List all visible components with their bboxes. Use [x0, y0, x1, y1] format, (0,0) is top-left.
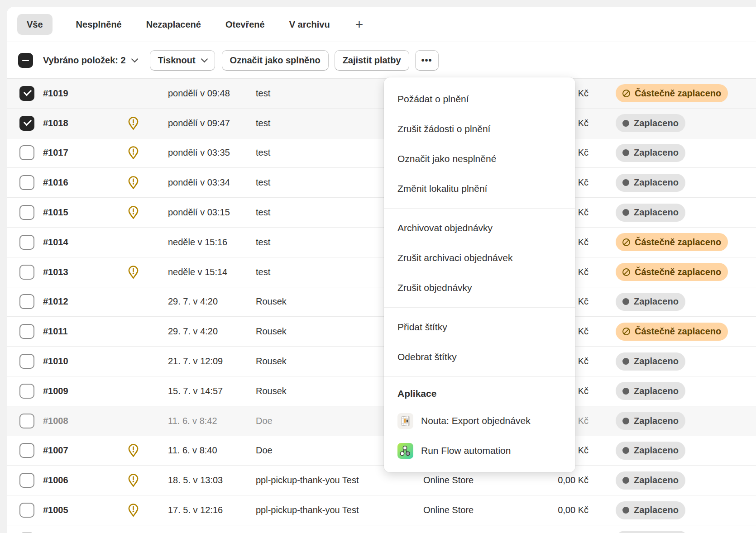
table-row[interactable]: [7, 525, 756, 533]
partially-paid-slash-icon: [622, 90, 630, 97]
row-checkbox[interactable]: [19, 205, 34, 220]
row-checkbox[interactable]: [19, 265, 34, 280]
row-checkbox[interactable]: [19, 116, 34, 131]
order-number: #1006: [43, 466, 68, 495]
menu-item-add-tags[interactable]: Přidat štítky: [384, 312, 575, 342]
table-row[interactable]: #1017pondělí v 03:35testKčZaplaceno: [7, 138, 756, 168]
payment-status-badge: Zaplaceno: [616, 501, 685, 519]
menu-item-mark-unfulfilled[interactable]: Označit jako nesplněné: [384, 144, 575, 174]
payment-status-cell: Částečně zaplaceno: [616, 317, 728, 346]
row-checkbox[interactable]: [19, 473, 34, 488]
row-checkbox-cell: [19, 495, 34, 525]
select-all-checkbox[interactable]: [18, 53, 33, 68]
row-checkbox-cell: [19, 466, 34, 495]
table-row[interactable]: #100618. 5. v 13:03ppl-pickup-thank-you …: [7, 466, 756, 495]
row-checkbox-cell: [19, 347, 34, 376]
more-actions-button[interactable]: •••: [415, 50, 439, 71]
order-date: 17. 5. v 12:16: [168, 495, 223, 525]
payment-status-label: Zaplaceno: [634, 296, 679, 307]
customer-name: ppl-pickup-thank-you Test: [256, 466, 359, 495]
order-total: 0,00 Kč: [498, 495, 589, 525]
tab-vše[interactable]: Vše: [17, 14, 53, 35]
row-checkbox[interactable]: [19, 354, 34, 369]
tab-nezaplacené[interactable]: Nezaplacené: [145, 14, 202, 35]
customer-name: Doe: [256, 406, 273, 436]
row-checkbox[interactable]: [19, 86, 34, 101]
menu-divider: [384, 307, 575, 308]
partially-paid-slash-icon: [622, 268, 630, 276]
row-checkbox[interactable]: [19, 235, 34, 250]
table-row[interactable]: #101021. 7. v 12:09RousekKčZaplaceno: [7, 347, 756, 376]
row-checkbox-cell: [19, 198, 34, 227]
table-row[interactable]: #101229. 7. v 4:20RousekKčZaplaceno: [7, 287, 756, 317]
payment-status-badge: Zaplaceno: [616, 114, 685, 132]
row-checkbox-cell: [19, 287, 34, 317]
paid-dot-icon: [622, 418, 629, 424]
payment-status-cell: Zaplaceno: [616, 109, 685, 138]
table-row[interactable]: #101129. 7. v 4:20RousekKčČástečně zapla…: [7, 317, 756, 347]
payment-status-badge: Zaplaceno: [616, 144, 685, 162]
payment-status-label: Zaplaceno: [634, 207, 679, 218]
payment-status-cell: Zaplaceno: [616, 495, 685, 525]
table-row[interactable]: #100915. 7. v 14:57RousekKčZaplaceno: [7, 376, 756, 406]
menu-item-change-fulfillment-location[interactable]: Změnit lokalitu plnění: [384, 174, 575, 204]
payment-status-cell: Zaplaceno: [616, 287, 685, 317]
menu-item-nouta-export-app[interactable]: Nouta: Export objednávek: [384, 406, 575, 436]
row-checkbox[interactable]: [19, 324, 34, 339]
table-row[interactable]: #100811. 6. v 8:42DoeKčZaplaceno: [7, 406, 756, 436]
row-checkbox[interactable]: [19, 503, 34, 518]
chevron-down-icon: [201, 55, 208, 62]
row-checkbox[interactable]: [19, 294, 34, 309]
row-checkbox[interactable]: [19, 443, 34, 458]
menu-item-unarchive-orders[interactable]: Zrušit archivaci objednávek: [384, 243, 575, 273]
row-checkbox[interactable]: [19, 414, 34, 428]
menu-item-run-flow-automation[interactable]: Run Flow automation: [384, 436, 575, 466]
table-row[interactable]: #1013neděle v 15:14testKčČástečně zaplac…: [7, 257, 756, 287]
capture-payments-button[interactable]: Zajistit platby: [335, 50, 409, 71]
payment-status-badge: Částečně zaplaceno: [616, 233, 728, 251]
print-button[interactable]: Tisknout: [150, 50, 215, 71]
tab-nesplněné[interactable]: Nesplněné: [75, 14, 123, 35]
table-row[interactable]: #1014neděle v 15:16testKčČástečně zaplac…: [7, 228, 756, 257]
order-date: pondělí v 09:48: [168, 79, 230, 108]
table-row[interactable]: #1019pondělí v 09:48testKčČástečně zapla…: [7, 79, 756, 109]
menu-item-cancel-fulfillment-requests[interactable]: Zrušit žádosti o plnění: [384, 114, 575, 144]
payment-status-cell: Zaplaceno: [616, 466, 685, 495]
menu-item-archive-orders[interactable]: Archivovat objednávky: [384, 213, 575, 243]
paid-dot-icon: [622, 179, 629, 186]
tab-v-archivu[interactable]: V archivu: [288, 14, 331, 35]
payment-status-cell: Částečně zaplaceno: [616, 228, 728, 257]
row-checkbox[interactable]: [19, 145, 34, 160]
partially-paid-slash-icon: [622, 238, 630, 246]
customer-name: test: [256, 109, 270, 138]
selected-count-label[interactable]: Vybráno položek: 2: [43, 55, 126, 66]
row-checkbox[interactable]: [19, 175, 34, 190]
table-row[interactable]: #1018pondělí v 09:47testKčZaplaceno: [7, 109, 756, 138]
menu-item-request-fulfillment[interactable]: Požádat o plnění: [384, 84, 575, 114]
payment-status-cell: [616, 525, 688, 533]
tab-otevřené[interactable]: Otevřené: [225, 14, 266, 35]
add-view-button[interactable]: +: [354, 19, 365, 30]
row-checkbox-cell: [19, 138, 34, 168]
print-button-label: Tisknout: [158, 56, 196, 65]
fulfillment-warning-icon: [127, 138, 139, 168]
order-date: 18. 5. v 13:03: [168, 466, 223, 495]
payment-status-badge: Zaplaceno: [616, 204, 685, 222]
table-row[interactable]: #100711. 6. v 8:40DoeKčZaplaceno: [7, 436, 756, 466]
row-checkbox-cell: [19, 109, 34, 138]
table-row[interactable]: #1015pondělí v 03:15testKčZaplaceno: [7, 198, 756, 228]
mark-fulfilled-button[interactable]: Označit jako splněno: [222, 50, 329, 71]
order-number: #1009: [43, 376, 68, 406]
payment-status-label: Zaplaceno: [634, 416, 679, 426]
payment-status-badge: Částečně zaplaceno: [616, 263, 728, 281]
payment-status-cell: Částečně zaplaceno: [616, 79, 728, 108]
table-row[interactable]: #100517. 5. v 12:16ppl-pickup-thank-you …: [7, 495, 756, 525]
row-checkbox-cell: [19, 168, 34, 197]
paid-dot-icon: [622, 149, 629, 156]
payment-status-badge: Částečně zaplaceno: [616, 323, 728, 341]
menu-item-remove-tags[interactable]: Odebrat štítky: [384, 342, 575, 372]
menu-item-cancel-orders[interactable]: Zrušit objednávky: [384, 273, 575, 303]
table-row[interactable]: #1016pondělí v 03:34testKčZaplaceno: [7, 168, 756, 198]
paid-dot-icon: [622, 358, 629, 365]
row-checkbox[interactable]: [19, 384, 34, 399]
